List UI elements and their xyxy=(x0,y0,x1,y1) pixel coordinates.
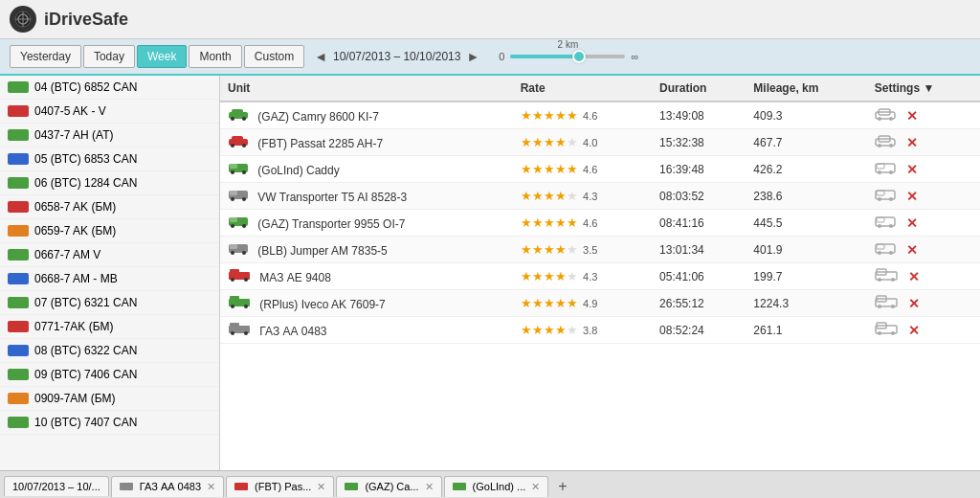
distance-slider[interactable] xyxy=(510,55,625,58)
tab-gaz-close[interactable]: ✕ xyxy=(207,481,215,493)
settings-vehicle-icon[interactable] xyxy=(875,110,896,124)
settings-vehicle-icon[interactable] xyxy=(875,325,898,338)
cell-settings: ✕ xyxy=(867,102,980,129)
table-row[interactable]: VW Transporter T5 AI 8528-3 ★★★★★ 4.3 08… xyxy=(220,183,980,210)
svg-rect-5 xyxy=(232,109,243,115)
col-unit[interactable]: Unit xyxy=(220,76,513,102)
cell-settings: ✕ xyxy=(867,210,980,237)
unit-vehicle-icon xyxy=(228,298,251,311)
list-item[interactable]: 0667-7 AM V xyxy=(0,243,219,267)
app-title: iDriveSafe xyxy=(44,10,128,30)
list-item[interactable]: 0437-7 AH (AT) xyxy=(0,124,219,147)
settings-vehicle-icon[interactable] xyxy=(875,217,896,231)
tab-gaz-ca-close[interactable]: ✕ xyxy=(425,481,434,493)
prev-date-btn[interactable]: ◄ xyxy=(312,49,329,64)
cell-unit: (RPlus) Iveco AK 7609-7 xyxy=(220,290,513,317)
list-item[interactable]: 0668-7 AM - MB xyxy=(0,267,219,291)
col-duration[interactable]: Duration xyxy=(652,76,746,102)
cell-unit: МАЗ АЕ 9408 xyxy=(220,263,513,290)
tab-fbt-close[interactable]: ✕ xyxy=(317,481,325,493)
delete-icon[interactable]: ✕ xyxy=(908,323,920,338)
list-item[interactable]: 0659-7 AK (БМ) xyxy=(0,219,219,243)
table-row[interactable]: (RPlus) Iveco AK 7609-7 ★★★★★ 4.9 26:55:… xyxy=(220,290,980,317)
settings-vehicle-icon[interactable] xyxy=(875,244,896,258)
period-today[interactable]: Today xyxy=(83,45,135,68)
col-mileage[interactable]: Mileage, km xyxy=(746,76,866,102)
cell-rate: ★★★★★ 4.3 xyxy=(513,263,652,290)
svg-point-7 xyxy=(242,117,246,121)
unit-name: (BLB) Jumper AM 7835-5 xyxy=(257,244,387,258)
delete-icon[interactable]: ✕ xyxy=(906,135,918,150)
tab-gaz-ca[interactable]: (GAZ) Ca... ✕ xyxy=(336,476,441,497)
table-row[interactable]: (GAZ) Transporter 9955 OI-7 ★★★★★ 4.6 08… xyxy=(220,210,980,237)
svg-rect-29 xyxy=(230,191,237,195)
list-item[interactable]: 0658-7 AK (БМ) xyxy=(0,195,219,219)
list-item[interactable]: 09 (BTC) 7406 CAN xyxy=(0,363,219,387)
cell-mileage: 238.6 xyxy=(746,183,866,210)
tab-gaz[interactable]: ГАЗ АА 0483 ✕ xyxy=(111,476,224,497)
delete-icon[interactable]: ✕ xyxy=(906,242,918,258)
table-row[interactable]: (GAZ) Camry 8600 KI-7 ★★★★★ 4.6 13:49:08… xyxy=(220,102,980,129)
list-item[interactable]: 0407-5 AK - V xyxy=(0,100,219,124)
svg-rect-53 xyxy=(230,269,239,275)
svg-point-11 xyxy=(889,117,893,121)
list-item[interactable]: 0771-7AK (БМ) xyxy=(0,315,219,339)
table-row[interactable]: (GoLInd) Caddy ★★★★★ 4.6 16:39:48 426.2 … xyxy=(220,156,980,183)
cell-settings: ✕ xyxy=(867,237,980,263)
settings-sort-icon: ▼ xyxy=(923,81,934,95)
cell-mileage: 409.3 xyxy=(746,102,866,129)
delete-icon[interactable]: ✕ xyxy=(908,269,920,284)
settings-vehicle-icon[interactable] xyxy=(875,137,896,150)
tab-golind-close[interactable]: ✕ xyxy=(531,481,540,493)
table-row[interactable]: (BLB) Jumper AM 7835-5 ★★★★★ 3.5 13:01:3… xyxy=(220,237,980,263)
unit-vehicle-icon xyxy=(228,325,251,338)
svg-point-47 xyxy=(242,251,246,255)
settings-vehicle-icon[interactable] xyxy=(875,164,896,177)
sidebar-item-label: 0909-7AM (БМ) xyxy=(34,392,116,405)
distance-slider-section: 0 2 km ∞ xyxy=(499,51,638,62)
svg-point-31 xyxy=(242,197,246,201)
add-tab-button[interactable]: + xyxy=(550,474,574,499)
delete-icon[interactable]: ✕ xyxy=(906,162,918,177)
period-month[interactable]: Month xyxy=(189,45,241,68)
list-item[interactable]: 0909-7AM (БМ) xyxy=(0,387,219,411)
date-tab[interactable]: 10/07/2013 – 10/... xyxy=(4,476,109,496)
svg-point-26 xyxy=(878,170,881,174)
list-item[interactable]: 07 (BTC) 6321 CAN xyxy=(0,291,219,315)
col-rate[interactable]: Rate xyxy=(513,76,652,102)
col-settings[interactable]: Settings ▼ xyxy=(867,76,980,102)
cell-duration: 13:49:08 xyxy=(652,102,746,129)
sidebar-item-label: 0771-7AK (БМ) xyxy=(34,320,114,333)
svg-point-6 xyxy=(231,117,234,121)
svg-rect-45 xyxy=(230,244,237,249)
table-row[interactable]: ГАЗ АА 0483 ★★★★★ 3.8 08:52:24 261.1 ✕ xyxy=(220,317,980,344)
unit-vehicle-icon xyxy=(228,271,251,284)
svg-point-43 xyxy=(889,224,893,228)
cell-mileage: 199.7 xyxy=(746,263,866,290)
delete-icon[interactable]: ✕ xyxy=(906,189,918,204)
period-custom[interactable]: Custom xyxy=(244,45,304,68)
tab-fbt[interactable]: (FBT) Pas... ✕ xyxy=(226,476,334,497)
list-item[interactable]: 10 (BTC) 7407 CAN xyxy=(0,411,219,435)
unit-name: (FBT) Passat 2285 AH-7 xyxy=(257,137,383,150)
next-date-btn[interactable]: ► xyxy=(464,49,481,64)
table-row[interactable]: МАЗ АЕ 9408 ★★★★★ 4.3 05:41:06 199.7 ✕ xyxy=(220,263,980,290)
delete-icon[interactable]: ✕ xyxy=(906,215,918,231)
period-week[interactable]: Week xyxy=(137,45,187,68)
delete-icon[interactable]: ✕ xyxy=(908,296,920,311)
unit-vehicle-icon xyxy=(228,110,249,124)
table-row[interactable]: (FBT) Passat 2285 AH-7 ★★★★★ 4.0 15:32:3… xyxy=(220,129,980,156)
list-item[interactable]: 06 (BTC) 1284 CAN xyxy=(0,171,219,195)
settings-vehicle-icon[interactable] xyxy=(875,298,898,311)
sidebar-item-label: 0437-7 AH (AT) xyxy=(34,128,113,142)
cell-mileage: 426.2 xyxy=(746,156,866,183)
delete-icon[interactable]: ✕ xyxy=(906,108,918,124)
list-item[interactable]: 05 (BTC) 6853 CAN xyxy=(0,147,219,171)
unit-name: (GAZ) Transporter 9955 OI-7 xyxy=(257,217,405,231)
period-yesterday[interactable]: Yesterday xyxy=(10,45,81,68)
list-item[interactable]: 04 (BTC) 6852 CAN xyxy=(0,76,219,100)
tab-golind[interactable]: (GoLInd) ... ✕ xyxy=(444,476,549,497)
list-item[interactable]: 08 (BTC) 6322 CAN xyxy=(0,339,219,363)
settings-vehicle-icon[interactable] xyxy=(875,271,898,284)
settings-vehicle-icon[interactable] xyxy=(875,191,896,204)
